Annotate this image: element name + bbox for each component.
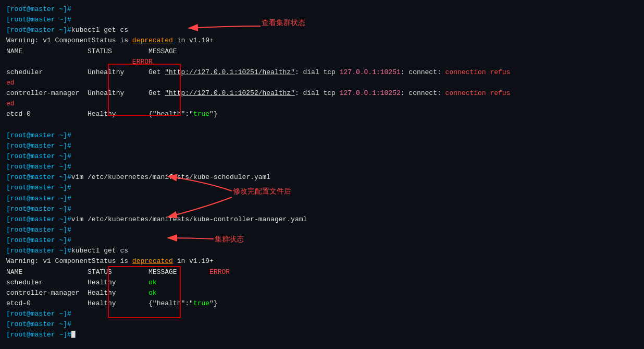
line-1: [root@master ~]# [6,4,638,15]
prompt: [root@master ~]# [6,236,71,244]
line-14: [root@master ~]# [6,162,638,172]
cm-status-2: Healthy [88,289,116,297]
line-24: NAME STATUS MESSAGE ERROR [6,267,638,278]
prompt: [root@master ~]# [6,215,71,223]
header: NAME STATUS MESSAGE [6,47,177,55]
scheduler-msg-2 [116,279,148,286]
line-10 [6,120,638,130]
prompt: [root@master ~]# [6,152,71,160]
line-26: controller-manager Healthy ok [6,288,638,298]
line-18: [root@master ~]# [6,204,638,214]
prompt: [root@master ~]# [6,195,71,202]
line-20: [root@master ~]# [6,225,638,235]
line-21: [root@master ~]# [6,235,638,246]
etcd-name-2: etcd-0 [6,299,88,307]
line-13: [root@master ~]# [6,151,638,162]
prompt: [root@master ~]# [6,205,71,213]
line-7: scheduler Unhealthy Get "http://127.0.0.… [6,67,638,78]
vim-scheduler-cmd: vim /etc/kubernetes/manifests/kube-sched… [71,173,270,181]
line-4: Warning: v1 ComponentStatus is deprecate… [6,35,638,46]
prompt: [root@master ~]# [6,173,71,181]
cm-ok: ok [148,289,157,297]
line-17: [root@master ~]# [6,194,638,204]
cm-name-2: controller-manager [6,289,88,297]
prompt: [root@master ~]# [6,5,71,13]
vim-cm-cmd: vim /etc/kubernetes/manifests/kube-contr… [71,215,307,223]
scheduler-name: scheduler [6,68,88,76]
etcd-name: etcd-0 [6,110,88,118]
scheduler-name-2: scheduler [6,279,88,286]
prompt: [root@master ~]# [6,142,71,150]
line-12: [root@master ~]# [6,141,638,151]
error-header: ERROR [132,58,153,66]
line-28: [root@master ~]# [6,309,638,319]
scheduler-ok: ok [148,279,157,286]
prompt: [root@master ~]# [6,131,71,139]
deprecated-text-2: deprecated [132,257,173,265]
line-25: scheduler Healthy ok [6,278,638,288]
line-16: [root@master ~]# [6,183,638,193]
scheduler-status-2: Healthy [88,279,116,286]
prompt: [root@master ~]# [6,226,71,234]
line-27: etcd-0 Healthy {"health":"true"} [6,298,638,309]
scheduler-msg: Get "http://127.0.0.1:10251/healthz": di… [124,68,510,76]
terminal-window: [root@master ~]# [root@master ~]# [root@… [6,4,638,341]
prompt: [root@master ~]# [6,26,71,34]
kubectl-get-cs-2: kubectl get cs [71,247,128,255]
line-8: controller-manager Unhealthy Get "http:/… [6,88,638,99]
prompt: [root@master ~]# [6,310,71,318]
cm-name: controller-manager [6,89,88,97]
prompt: [root@master ~]# [6,331,71,339]
warning-text: Warning: v1 ComponentStatus is deprecate… [6,37,214,44]
line-2: [root@master ~]# [6,15,638,25]
prompt: [root@master ~]# [6,184,71,191]
scheduler-status: Unhealthy [88,68,124,76]
spacer [6,58,132,66]
line-8b: ed [6,99,638,109]
line-23: Warning: v1 ComponentStatus is deprecate… [6,256,638,267]
scheduler-error-cont: ed [6,79,15,87]
etcd-status: Healthy [88,110,116,118]
warning-text-2: Warning: v1 ComponentStatus is deprecate… [6,257,214,265]
deprecated-text: deprecated [132,37,173,44]
etcd-msg-2: {"health":"true"} [116,299,218,307]
cm-error-cont: ed [6,100,15,107]
prompt: [root@master ~]# [6,163,71,171]
line-15: [root@master ~]#vim /etc/kubernetes/mani… [6,172,638,183]
line-7b: ed [6,78,638,88]
prompt: [root@master ~]# [6,16,71,23]
line-11: [root@master ~]# [6,130,638,141]
etcd-msg: {"health":"true"} [116,110,218,118]
header-2: NAME STATUS MESSAGE [6,268,209,276]
cursor: █ [71,331,76,339]
terminal-content: [root@master ~]# [root@master ~]# [root@… [6,4,638,341]
error-header-2: ERROR [209,268,230,276]
cm-msg: Get "http://127.0.0.1:10252/healthz": di… [124,89,510,97]
prompt: [root@master ~]# [6,320,71,328]
cmd: kubectl get cs [71,26,128,34]
line-29: [root@master ~]# [6,319,638,330]
prompt: [root@master ~]# [6,247,71,255]
line-19: [root@master ~]#vim /etc/kubernetes/mani… [6,214,638,225]
cm-status: Unhealthy [88,89,124,97]
line-30: [root@master ~]#█ [6,330,638,340]
line-9: etcd-0 Healthy {"health":"true"} [6,109,638,119]
line-22: [root@master ~]#kubectl get cs [6,246,638,256]
etcd-status-2: Healthy [88,299,116,307]
line-3: [root@master ~]#kubectl get cs [6,25,638,35]
line-5: NAME STATUS MESSAGE [6,46,638,57]
line-6: ERROR [6,57,638,67]
cm-msg-2 [116,289,148,297]
